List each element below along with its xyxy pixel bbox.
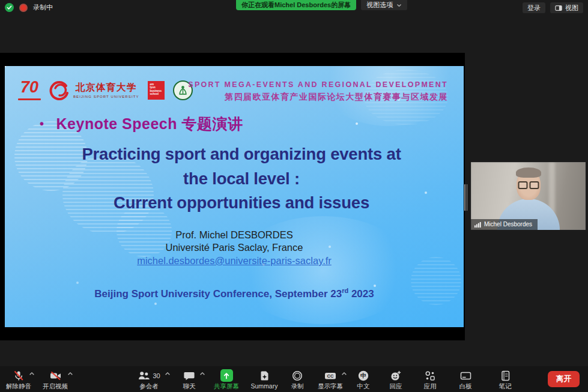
view-button[interactable]: 视图 [550, 2, 583, 13]
share-screen-button[interactable]: 共享屏幕 [207, 366, 246, 392]
summary-button[interactable]: Summary [246, 366, 282, 392]
captions-label: 显示字幕 [318, 382, 343, 391]
footer-superscript: rd [342, 287, 348, 294]
language-button[interactable]: 中 中文 [348, 366, 378, 392]
whiteboard-icon [459, 370, 472, 382]
leave-label: 离开 [556, 374, 571, 384]
participant-video-tile[interactable]: Michel Desbordes [471, 162, 586, 230]
bsu-name-chinese: 北京体育大学 [73, 82, 139, 94]
conference-header: SPORT MEGA-EVENTS AND REGIONAL DEVELOPME… [188, 80, 448, 103]
security-shield-icon[interactable] [5, 3, 14, 12]
record-icon [291, 370, 303, 382]
conference-title-english: SPORT MEGA-EVENTS AND REGIONAL DEVELOPME… [188, 80, 448, 89]
start-video-label: 开启视频 [43, 382, 68, 391]
mic-off-icon [13, 370, 25, 382]
recording-indicator-icon[interactable] [19, 4, 28, 12]
captions-button[interactable]: CC 显示字幕 [312, 366, 348, 392]
emlyon-line: business school [150, 89, 165, 96]
presentation-slide: 70 北京体育大学 BEIJING SPORT UNIVERSITY em ly… [5, 66, 464, 327]
unmute-button[interactable]: 解除静音 [1, 366, 36, 392]
unmute-label: 解除静音 [6, 382, 31, 391]
chat-icon [183, 370, 195, 382]
participants-label: 参会者 [139, 382, 159, 391]
camera-off-icon [49, 370, 62, 382]
participant-name-tag: Michel Desbordes [471, 219, 538, 230]
conference-title-chinese: 第四届欧亚体育产业国际论坛大型体育赛事与区域发展 [188, 92, 448, 103]
captions-glyph: CC [327, 373, 334, 379]
chevron-up-icon[interactable] [67, 372, 73, 376]
language-icon: 中 [357, 370, 369, 382]
bsu-swirl-icon [49, 80, 70, 100]
slide-title: Practicing sport and organizing events a… [12, 142, 464, 216]
participant-name-label: Michel Desbordes [484, 221, 532, 228]
bsu-name-english: BEIJING SPORT UNIVERSITY [73, 95, 139, 98]
notes-label: 笔记 [499, 382, 512, 391]
chat-button[interactable]: 聊天 [172, 366, 207, 392]
chevron-down-icon [396, 4, 402, 7]
author-affiliation: Université Paris Saclay, France [5, 241, 464, 254]
chevron-up-icon[interactable] [165, 372, 171, 376]
recording-status-label: 录制中 [33, 3, 53, 12]
chevron-up-icon[interactable] [199, 372, 205, 376]
slide-title-line: Practicing sport and organizing events a… [12, 142, 464, 167]
layout-view-icon [555, 5, 562, 11]
shared-screen-frame: 70 北京体育大学 BEIJING SPORT UNIVERSITY em ly… [0, 53, 465, 340]
notes-icon [500, 370, 511, 382]
reactions-icon [390, 370, 402, 382]
seventy-label: 70 [20, 78, 38, 96]
audio-signal-bars-icon [474, 222, 481, 228]
window-top-bar: 录制中 你正在观看Michel Desbordes的屏幕 视图选项 登录 视图 [0, 0, 588, 16]
reactions-label: 回应 [390, 382, 402, 391]
reactions-button[interactable]: 回应 [378, 366, 413, 392]
viewing-screen-banner: 你正在观看Michel Desbordes的屏幕 [236, 0, 356, 10]
footer-year: 2023 [348, 288, 374, 300]
summary-icon [259, 370, 270, 382]
signin-button[interactable]: 登录 [523, 2, 545, 13]
summary-label: Summary [251, 382, 278, 390]
keynote-speech-label: Keynote Speech 专题演讲 [56, 114, 243, 134]
participant-hair [516, 167, 541, 178]
slide-title-line: Current opportunities and issues [12, 191, 464, 216]
whiteboard-label: 白板 [459, 382, 472, 391]
share-screen-label: 共享屏幕 [214, 382, 239, 391]
captions-icon: CC [324, 370, 337, 382]
apps-button[interactable]: 应用 [413, 366, 447, 392]
footer-text: Beijing Sport University Conference, Sep… [94, 288, 342, 300]
language-glyph: 中 [360, 372, 366, 379]
chevron-up-icon[interactable] [341, 372, 347, 376]
keynote-speech-line: • Keynote Speech 专题演讲 [40, 114, 243, 134]
signin-label: 登录 [527, 4, 541, 13]
panel-collapse-handle[interactable] [464, 184, 468, 211]
meeting-toolbar: 解除静音 开启视频 30 参会者 [0, 366, 588, 392]
author-block: Prof. Michel DESBORDES Université Paris … [5, 229, 464, 267]
apps-label: 应用 [424, 382, 437, 391]
record-button[interactable]: 录制 [282, 366, 312, 392]
apps-icon [424, 370, 436, 382]
bullet-point: • [40, 117, 44, 131]
start-video-button[interactable]: 开启视频 [36, 366, 74, 392]
emlyon-business-school-logo: em lyon business school [148, 81, 165, 100]
chevron-up-icon[interactable] [29, 372, 35, 376]
view-label: 视图 [565, 4, 578, 13]
view-options-dropdown[interactable]: 视图选项 [361, 0, 407, 10]
leave-meeting-button[interactable]: 离开 [548, 371, 580, 387]
participants-button[interactable]: 30 参会者 [126, 366, 172, 392]
view-options-label: 视图选项 [366, 0, 393, 10]
author-name: Prof. Michel DESBORDES [5, 229, 464, 241]
language-label: 中文 [357, 382, 370, 391]
participants-icon [138, 370, 150, 382]
decorative-dots [5, 66, 6, 67]
author-email-link[interactable]: michel.desbordes@universite-paris-saclay… [5, 255, 464, 267]
bsu-70th-anniversary-logo: 70 [16, 78, 43, 102]
chat-label: 聊天 [183, 382, 196, 391]
conference-footer: Beijing Sport University Conference, Sep… [5, 287, 464, 300]
record-label: 录制 [291, 382, 304, 391]
whiteboard-button[interactable]: 白板 [447, 366, 484, 392]
beijing-sport-university-logo: 北京体育大学 BEIJING SPORT UNIVERSITY [49, 80, 139, 100]
share-screen-icon [220, 369, 233, 382]
slide-title-line: the local level : [12, 167, 464, 191]
participant-glasses [518, 181, 539, 189]
participants-count-badge: 30 [153, 372, 160, 379]
notes-button[interactable]: 笔记 [484, 366, 526, 392]
